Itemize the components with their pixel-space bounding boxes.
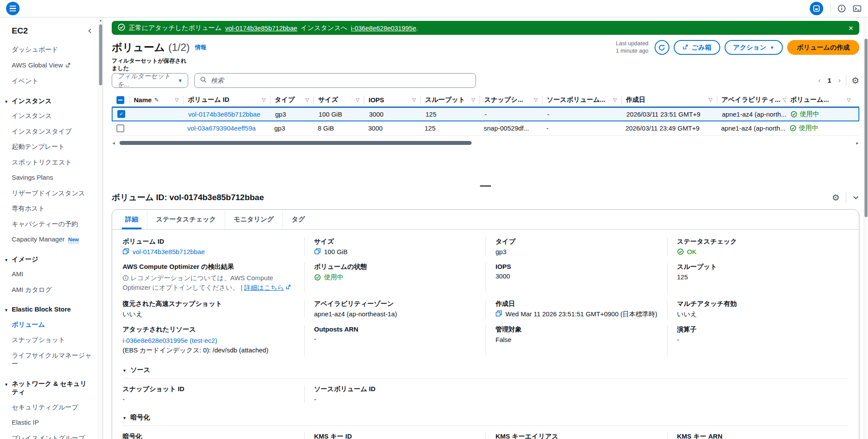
external-link-icon <box>682 44 688 51</box>
sidebar-item-instance-types[interactable]: インスタンスタイプ <box>12 127 93 136</box>
panel-resize-handle[interactable] <box>480 185 491 187</box>
sort-icon[interactable]: ▽ <box>356 97 359 103</box>
encryption-section-header[interactable]: ▼ 暗号化 <box>123 413 848 426</box>
sidebar-item-launch-templates[interactable]: 起動テンプレート <box>12 142 93 151</box>
recycle-bin-button[interactable]: ごみ箱 <box>674 40 720 55</box>
sidebar-item-instances[interactable]: インスタンス <box>12 111 93 120</box>
horizontal-scrollbar-thumb[interactable] <box>120 141 472 145</box>
learn-more-link[interactable]: 詳細はこちら <box>244 284 284 291</box>
page-scrollbar-thumb[interactable] <box>865 39 868 217</box>
sidebar-item-events[interactable]: イベント <box>12 77 93 85</box>
check-circle-icon <box>677 248 684 255</box>
field-type: タイプ gp3 <box>486 238 667 256</box>
sidebar-item-security-groups[interactable]: セキュリティグループ <box>12 403 93 412</box>
info-icon[interactable] <box>838 4 846 13</box>
next-page-icon[interactable]: › <box>838 76 841 85</box>
success-banner: 正常にアタッチしたボリューム vol-0174b3e85b712bbae インス… <box>112 21 859 35</box>
filterset-select[interactable]: フィルターセットを... ▼ <box>112 73 188 88</box>
sidebar-item-volumes[interactable]: ボリューム <box>12 320 93 329</box>
volume-id-link[interactable]: vol-0174b3e85b712bbae <box>188 111 260 118</box>
table-settings-gear-icon[interactable]: ⚙ <box>851 76 859 85</box>
section-caret-icon[interactable]: ▼ <box>4 382 8 387</box>
page-scrollbar[interactable] <box>864 18 868 439</box>
section-caret-icon[interactable]: ▼ <box>4 100 8 104</box>
sidebar-collapse-icon[interactable] <box>87 28 93 34</box>
banner-volume-link[interactable]: vol-0174b3e85b712bbae <box>225 24 297 32</box>
section-caret-icon[interactable]: ▼ <box>4 308 8 312</box>
field-compute-optimizer: AWS Compute Optimizer の検出結果 レコメンデーションについ… <box>123 263 304 293</box>
sidebar-item-reserved-instances[interactable]: リザーブドインスタンス <box>12 189 93 198</box>
tab-tags[interactable]: タグ <box>283 210 314 229</box>
section-caret-icon[interactable]: ▼ <box>4 258 8 262</box>
sort-icon[interactable]: ▽ <box>412 97 416 103</box>
sidebar-item-capacity-manager[interactable]: Capacity ManagerNew <box>12 235 93 244</box>
copy-icon[interactable] <box>496 310 502 318</box>
volume-id-link[interactable]: vol-03a6793904eeff59a <box>187 124 256 132</box>
sort-icon[interactable]: ▽ <box>175 97 179 103</box>
horizontal-scrollbar: ◄ ► <box>112 141 859 145</box>
sidebar-item-capacity-reservations[interactable]: キャパシティーの予約 <box>12 220 93 228</box>
selection-count: (1/2) <box>168 41 190 54</box>
sidebar-item-ami[interactable]: AMI <box>12 270 93 278</box>
sort-icon[interactable]: ▽ <box>306 97 309 103</box>
banner-instance-link[interactable]: i-036e8e628e031995e <box>351 24 416 32</box>
sidebar-item-savings-plans[interactable]: Savings Plans <box>12 173 93 182</box>
copy-icon[interactable] <box>314 248 321 256</box>
scroll-right-icon[interactable]: ► <box>852 141 859 145</box>
cloudshell-icon[interactable] <box>853 5 862 13</box>
success-icon <box>118 23 125 32</box>
sidebar-item-dashboard[interactable]: ダッシュボード <box>12 45 93 54</box>
sort-icon[interactable]: ▽ <box>472 97 475 103</box>
table-row[interactable]: ✓ vol-0174b3e85b712bbae gp3 100 GiB 3000… <box>112 107 859 121</box>
copy-icon[interactable] <box>123 248 129 256</box>
sort-icon[interactable]: ▽ <box>613 97 617 103</box>
horizontal-scrollbar-track[interactable] <box>119 141 852 145</box>
search-input[interactable] <box>211 77 470 84</box>
tab-status-checks[interactable]: ステータスチェック <box>147 210 225 229</box>
sidebar-scrollbar[interactable]: ▲ <box>98 17 103 439</box>
sidebar-item-dedicated-hosts[interactable]: 専有ホスト <box>12 204 93 213</box>
tab-details[interactable]: 詳細 <box>116 210 147 229</box>
select-all-checkbox[interactable] <box>116 96 124 104</box>
table-row[interactable]: vol-03a6793904eeff59a gp3 8 GiB 3000 125… <box>112 121 859 136</box>
sidebar-scrollbar-thumb[interactable] <box>99 24 102 85</box>
sidebar-item-ami-catalog[interactable]: AMI カタログ <box>12 285 93 294</box>
source-section-header[interactable]: ▼ ソース <box>123 366 848 379</box>
sidebar-item-lifecycle-manager[interactable]: ライフサイクルマネージャー <box>12 351 93 368</box>
caret-down-icon: ▼ <box>770 45 774 50</box>
sidebar-item-snapshots[interactable]: スナップショット <box>12 335 93 344</box>
instance-link[interactable]: i-036e8e628e031995e (test-ec2) <box>123 337 217 344</box>
search-box[interactable] <box>194 73 476 88</box>
field-outposts-arn: Outposts ARN - <box>304 325 486 355</box>
page-header: ボリューム (1/2) 情報 Last updated 1 minute ago… <box>112 40 859 55</box>
volume-id-link[interactable]: vol-0174b3e85b712bbae <box>133 248 205 255</box>
hamburger-menu-icon[interactable] <box>6 2 20 15</box>
sort-icon[interactable]: ▽ <box>709 97 712 103</box>
sort-icon[interactable]: ▽ <box>847 97 851 103</box>
sidebar: EC2 ダッシュボード AWS Global View イベント ▼ インスタン… <box>0 17 103 439</box>
sidebar-item-elastic-ip[interactable]: Elastic IP <box>12 418 93 427</box>
row-checkbox[interactable]: ✓ <box>117 110 125 118</box>
tab-monitoring[interactable]: モニタリング <box>225 210 283 229</box>
sort-icon[interactable]: ▽ <box>534 97 538 103</box>
sidebar-item-placement-groups[interactable]: プレイスメントグループ <box>12 434 93 439</box>
scroll-left-icon[interactable]: ◄ <box>112 141 119 145</box>
refresh-button[interactable] <box>655 40 669 55</box>
row-checkbox[interactable] <box>116 124 124 132</box>
main-content: 正常にアタッチしたボリューム vol-0174b3e85b712bbae インス… <box>103 17 868 439</box>
filterset-saved-label: フィルターセットが保存されました <box>112 57 192 72</box>
sidebar-item-spot-requests[interactable]: スポットリクエスト <box>12 158 93 167</box>
detail-settings-gear-icon[interactable]: ⚙ <box>832 193 840 202</box>
sort-icon[interactable]: ▽ <box>262 97 266 103</box>
actions-dropdown-button[interactable]: アクション ▼ <box>725 40 783 55</box>
pagination: ‹ 1 › <box>818 76 841 85</box>
info-link[interactable]: 情報 <box>195 44 206 51</box>
layout-panel-icon[interactable] <box>810 2 823 15</box>
sidebar-item-aws-global-view[interactable]: AWS Global View <box>12 61 93 70</box>
scroll-up-icon[interactable]: ▲ <box>99 19 102 22</box>
previous-page-icon[interactable]: ‹ <box>818 76 821 85</box>
banner-close-icon[interactable]: × <box>848 24 853 32</box>
page-number[interactable]: 1 <box>828 77 831 84</box>
chevron-down-icon[interactable] <box>852 194 859 201</box>
create-volume-button[interactable]: ボリュームの作成 <box>787 40 859 55</box>
